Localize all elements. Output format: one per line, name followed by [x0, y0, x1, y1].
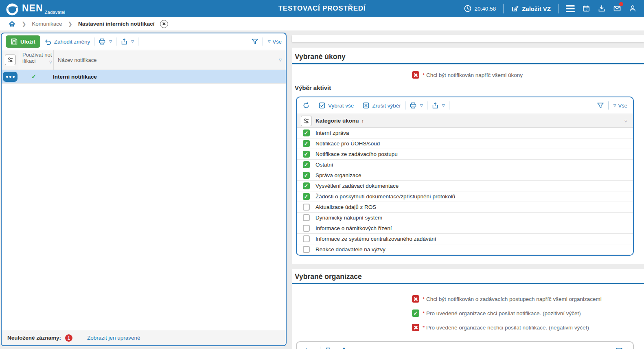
org-checkbox-row[interactable]: * Chci být notifikován o zadávacích post…	[412, 295, 602, 303]
activity-row[interactable]: Aktualizace údajů z ROS	[297, 202, 633, 213]
activity-row[interactable]: Dynamický nákupní systém	[297, 213, 633, 223]
activity-label: Interní zpráva	[315, 130, 349, 136]
print-button[interactable]: ▽	[410, 102, 423, 109]
activity-label: Informace o námitkových řízení	[315, 225, 392, 231]
divider	[405, 101, 405, 110]
clock-time: 20:40:58	[475, 6, 496, 12]
top-bar: NEN Zadavatel TESTOVACÍ PROSTŘEDÍ 20:40:…	[0, 0, 644, 17]
divider	[558, 4, 559, 13]
column-filter-icon[interactable]: ▽	[624, 119, 627, 123]
select-all-button[interactable]: Vybrat vše	[318, 102, 354, 109]
row-checked-icon[interactable]: ✓	[31, 73, 37, 80]
activity-checkbox[interactable]	[303, 235, 310, 242]
export-button[interactable]	[340, 347, 348, 349]
activity-checkbox[interactable]	[303, 246, 310, 253]
activity-row[interactable]: ✓ Notifikace pro ÚOHS/soud	[297, 138, 633, 149]
column-settings-icon[interactable]	[301, 116, 311, 126]
activity-checkbox[interactable]: ✓	[303, 172, 310, 179]
activity-checkbox[interactable]: ✓	[303, 140, 310, 147]
org-checkbox[interactable]: ✓	[412, 309, 419, 317]
menu-icon[interactable]	[566, 5, 575, 12]
activity-rows: ✓ Interní zpráva ✓ Notifikace pro ÚOHS/s…	[297, 128, 633, 255]
share-icon	[432, 102, 439, 109]
app-brand[interactable]: NEN Zadavatel	[0, 1, 65, 16]
user-icon[interactable]	[629, 4, 637, 13]
activity-checkbox[interactable]	[303, 225, 310, 232]
dropdown-icon[interactable]: ▽	[420, 103, 423, 108]
column-settings-icon[interactable]	[5, 55, 15, 65]
view-all-selector[interactable]: ▽ Vše	[613, 103, 627, 109]
view-all-selector[interactable]: ▽ Vše	[267, 39, 282, 45]
refresh-icon[interactable]	[302, 102, 310, 109]
home-icon[interactable]	[8, 20, 16, 28]
dropdown-icon: ▽	[613, 103, 616, 108]
activity-row[interactable]: ✓ Vysvětlení zadávací dokumentace	[297, 181, 633, 191]
activity-checkbox[interactable]: ✓	[303, 193, 310, 200]
column-header-use-notifications[interactable]: Používat notifikaci ▽	[19, 50, 54, 70]
activity-checkbox[interactable]	[303, 204, 310, 211]
left-table-header: Používat notifikaci ▽ Název notifikace ▽	[2, 50, 286, 70]
org-checkbox-row[interactable]: * Pro uvedené organizace nechci posílat …	[412, 324, 589, 331]
discard-changes-button[interactable]: Zahodit změny	[44, 38, 90, 45]
column-filter-icon[interactable]: ▽	[49, 59, 52, 65]
column-filter-icon[interactable]: ▽	[279, 58, 282, 62]
activity-row[interactable]: ✓ Interní zpráva	[297, 128, 633, 138]
plus-icon	[302, 347, 310, 349]
add-button[interactable]: ▽	[302, 347, 316, 349]
save-button[interactable]: Uložit	[6, 35, 40, 48]
activity-row[interactable]: ✓ Notifikace ze zadávacího postupu	[297, 149, 633, 160]
print-button[interactable]	[324, 347, 332, 349]
activity-row[interactable]: ✓ Správa organizace	[297, 170, 633, 181]
breadcrumb-item-komunikace[interactable]: Komunikace	[32, 21, 62, 27]
org-checkbox-row[interactable]: ✓ * Pro uvedené organizace chci posílat …	[412, 309, 581, 317]
column-header-task-category[interactable]: Kategorie úkonu ↑	[315, 118, 364, 124]
activity-checkbox[interactable]: ✓	[303, 151, 310, 158]
activity-label: Správa organizace	[315, 172, 361, 178]
activities-panel: Vybrat vše Zrušit výběr ▽	[296, 97, 634, 256]
dropdown-icon[interactable]: ▽	[109, 40, 112, 44]
messages-button[interactable]	[613, 4, 621, 13]
divider	[427, 101, 427, 110]
activity-label: Dynamický nákupní systém	[315, 215, 382, 221]
activity-row[interactable]: ✓ Ostatní	[297, 160, 633, 170]
share-icon	[340, 347, 348, 349]
dropdown-icon: ▽	[268, 40, 271, 44]
org-checkbox[interactable]	[412, 324, 419, 331]
all-tasks-checkbox-row[interactable]: * Chci být notifikován napříč všemi úkon…	[412, 71, 523, 79]
filter-icon[interactable]	[616, 347, 623, 349]
download-icon[interactable]	[598, 4, 606, 13]
undo-icon	[44, 38, 52, 45]
calendar-icon[interactable]	[582, 4, 590, 13]
sort-ascending-icon[interactable]: ↑	[361, 118, 364, 124]
activity-checkbox[interactable]: ✓	[303, 161, 310, 168]
close-tab-icon[interactable]	[160, 20, 168, 28]
org-checkbox-label: Pro uvedené organizace chci posílat noti…	[426, 310, 581, 316]
print-button[interactable]: ▽	[99, 38, 112, 45]
checkbox-crossed-icon[interactable]	[412, 71, 419, 79]
required-asterisk: *	[423, 296, 426, 302]
activity-row[interactable]: Reakce dodavatele na výzvy	[297, 244, 633, 255]
clear-selection-button[interactable]: Zrušit výběr	[362, 102, 401, 109]
activity-checkbox[interactable]	[303, 214, 310, 221]
dropdown-icon[interactable]: ▽	[442, 103, 445, 108]
brand-subtitle: Zadavatel	[45, 10, 66, 15]
divider	[263, 37, 263, 46]
table-row[interactable]: ✓ Interní notifikace	[2, 70, 286, 83]
export-button[interactable]: ▽	[432, 102, 445, 109]
create-vz-button[interactable]: Založit VZ	[511, 4, 551, 13]
filter-icon[interactable]	[597, 102, 604, 109]
row-menu-button[interactable]	[3, 72, 18, 82]
show-edited-only-link[interactable]: Zobrazit jen upravené	[87, 335, 140, 341]
filter-icon[interactable]	[251, 38, 258, 45]
activity-row[interactable]: ✓ Žádosti o poskytnutí dokumentace/zpřís…	[297, 191, 633, 202]
export-button[interactable]: ▽	[120, 38, 134, 45]
nen-logo-icon	[6, 3, 19, 16]
dropdown-icon[interactable]: ▽	[131, 40, 134, 44]
activity-row[interactable]: Informace o námitkových řízení	[297, 223, 633, 234]
activity-checkbox[interactable]: ✓	[303, 130, 310, 136]
activity-row[interactable]: Informace ze systému centralizovaného za…	[297, 234, 633, 244]
activity-checkbox[interactable]: ✓	[303, 182, 310, 189]
column-header-notification-name[interactable]: Název notifikace ▽	[54, 50, 286, 70]
activity-label: Notifikace ze zadávacího postupu	[315, 151, 398, 157]
org-checkbox[interactable]	[412, 295, 419, 303]
